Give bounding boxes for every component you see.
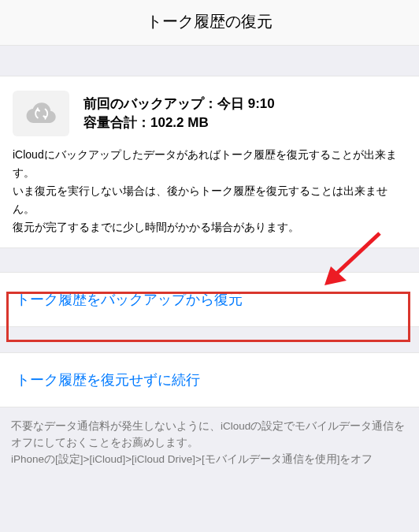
footer-line-2: iPhoneの[設定]>[iCloud]>[iCloud Drive]>[モバイ… (11, 452, 408, 468)
page-title: トーク履歴の復元 (0, 11, 419, 32)
description-line-3: 復元が完了するまでに少し時間がかかる場合があります。 (13, 218, 406, 236)
continue-without-restore-label: トーク履歴を復元せずに続行 (16, 370, 403, 389)
total-size-line: 容量合計：102.2 MB (83, 113, 406, 132)
header: トーク履歴の復元 (0, 0, 419, 46)
backup-text: 前回のバックアップ：今日 9:10 容量合計：102.2 MB (83, 95, 406, 132)
backup-info-section: 前回のバックアップ：今日 9:10 容量合計：102.2 MB iCloudにバ… (0, 76, 419, 248)
description-text: iCloudにバックアップしたデータがあればトーク履歴を復元することが出来ます。… (13, 146, 406, 236)
last-backup-label: 前回のバックアップ： (83, 96, 217, 111)
total-size-value: 102.2 MB (150, 115, 209, 130)
spacer (0, 248, 419, 272)
last-backup-line: 前回のバックアップ：今日 9:10 (83, 95, 406, 113)
footer-note: 不要なデータ通信料が発生しないように、iCloudの設定でモバイルデータ通信をオ… (0, 407, 419, 479)
total-size-label: 容量合計： (83, 115, 150, 130)
cloud-sync-icon (13, 91, 69, 136)
restore-from-backup-button[interactable]: トーク履歴をバックアップから復元 (0, 272, 419, 327)
backup-row: 前回のバックアップ：今日 9:10 容量合計：102.2 MB (13, 91, 406, 136)
spacer (0, 46, 419, 76)
last-backup-value: 今日 9:10 (217, 96, 275, 111)
restore-from-backup-label: トーク履歴をバックアップから復元 (16, 290, 403, 309)
description-line-2: いま復元を実行しない場合は、後からトーク履歴を復元することは出来ません。 (13, 182, 406, 218)
footer-line-1: 不要なデータ通信料が発生しないように、iCloudの設定でモバイルデータ通信をオ… (11, 419, 408, 452)
continue-without-restore-button[interactable]: トーク履歴を復元せずに続行 (0, 352, 419, 407)
description-line-1: iCloudにバックアップしたデータがあればトーク履歴を復元することが出来ます。 (13, 146, 406, 182)
spacer (0, 327, 419, 352)
